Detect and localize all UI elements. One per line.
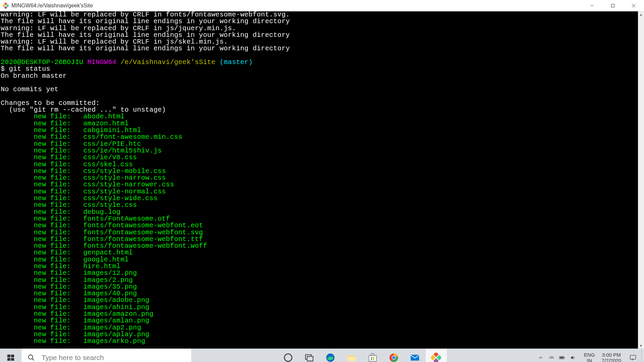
svg-rect-19 bbox=[369, 355, 377, 361]
svg-rect-23 bbox=[373, 359, 374, 360]
show-desktop-button[interactable] bbox=[641, 349, 644, 362]
svg-rect-33 bbox=[564, 357, 565, 358]
close-button[interactable] bbox=[623, 0, 644, 11]
edge-icon bbox=[325, 353, 335, 362]
scroll-track[interactable] bbox=[638, 17, 644, 343]
mail-button[interactable] bbox=[405, 349, 426, 362]
svg-rect-35 bbox=[630, 355, 636, 359]
cortana-icon bbox=[283, 353, 293, 362]
maximize-icon bbox=[611, 4, 615, 8]
taskbar-right: ENG IN 3:00 PM 7/7/2020 bbox=[533, 349, 644, 362]
svg-rect-11 bbox=[11, 358, 14, 360]
svg-rect-27 bbox=[411, 355, 419, 361]
task-view-icon bbox=[304, 353, 314, 362]
lang-primary: ENG bbox=[584, 352, 595, 358]
svg-rect-16 bbox=[307, 356, 313, 361]
svg-rect-21 bbox=[373, 357, 374, 358]
svg-rect-20 bbox=[371, 357, 372, 358]
svg-rect-22 bbox=[371, 359, 372, 360]
windows-logo-icon bbox=[7, 354, 14, 361]
language-indicator[interactable]: ENG IN bbox=[581, 352, 598, 362]
cortana-button[interactable] bbox=[278, 349, 299, 362]
svg-line-13 bbox=[32, 358, 34, 360]
action-center-button[interactable] bbox=[625, 349, 641, 362]
search-input[interactable] bbox=[42, 354, 185, 362]
store-icon bbox=[368, 353, 378, 362]
svg-rect-8 bbox=[7, 354, 10, 357]
start-button[interactable] bbox=[0, 349, 21, 362]
tray-chevron-icon[interactable] bbox=[538, 355, 544, 361]
clock-time: 3:00 PM bbox=[602, 352, 621, 358]
window-title: MINGW64:/e/Vaishnavi/geek'sSite bbox=[11, 3, 93, 9]
clock-date: 7/7/2020 bbox=[602, 358, 621, 362]
file-explorer-button[interactable] bbox=[341, 349, 362, 362]
search-icon bbox=[28, 354, 35, 361]
taskbar-left bbox=[0, 349, 191, 362]
mail-icon bbox=[410, 353, 420, 362]
lang-secondary: IN bbox=[584, 358, 595, 362]
svg-rect-10 bbox=[7, 358, 10, 360]
git-bash-taskbar-button[interactable] bbox=[426, 349, 447, 362]
git-bash-taskbar-icon bbox=[431, 353, 441, 362]
folder-icon bbox=[346, 353, 357, 362]
close-icon bbox=[632, 4, 636, 8]
svg-rect-18 bbox=[347, 357, 356, 361]
svg-rect-5 bbox=[611, 4, 614, 7]
volume-icon[interactable] bbox=[570, 355, 576, 361]
scroll-up-icon[interactable]: ▲ bbox=[638, 11, 644, 17]
onedrive-icon[interactable] bbox=[548, 355, 554, 361]
svg-rect-9 bbox=[11, 354, 14, 357]
taskbar: ENG IN 3:00 PM 7/7/2020 bbox=[0, 349, 644, 362]
svg-point-26 bbox=[392, 356, 395, 359]
notification-icon bbox=[629, 354, 637, 361]
window-titlebar: MINGW64:/e/Vaishnavi/geek'sSite bbox=[0, 0, 644, 11]
terminal-output[interactable]: warning: LF will be replaced by CRLF in … bbox=[0, 11, 638, 349]
git-bash-icon bbox=[3, 3, 9, 9]
taskbar-pinned bbox=[278, 349, 447, 362]
scrollbar[interactable]: ▲ ▼ bbox=[638, 11, 644, 349]
window-controls bbox=[582, 0, 644, 11]
clock[interactable]: 3:00 PM 7/7/2020 bbox=[598, 352, 625, 362]
battery-icon[interactable] bbox=[559, 355, 565, 361]
svg-point-12 bbox=[29, 355, 33, 359]
svg-point-14 bbox=[284, 354, 292, 361]
svg-rect-34 bbox=[560, 357, 564, 358]
titlebar-left: MINGW64:/e/Vaishnavi/geek'sSite bbox=[3, 3, 93, 9]
terminal-area: warning: LF will be replaced by CRLF in … bbox=[0, 11, 644, 349]
chrome-icon bbox=[389, 353, 399, 362]
store-button[interactable] bbox=[362, 349, 383, 362]
minimize-icon bbox=[590, 4, 594, 8]
system-tray bbox=[533, 355, 581, 361]
edge-button[interactable] bbox=[320, 349, 341, 362]
search-box[interactable] bbox=[21, 349, 191, 362]
minimize-button[interactable] bbox=[582, 0, 602, 11]
scroll-down-icon[interactable]: ▼ bbox=[638, 343, 644, 349]
maximize-button[interactable] bbox=[602, 0, 623, 11]
task-view-button[interactable] bbox=[299, 349, 320, 362]
chrome-button[interactable] bbox=[383, 349, 405, 362]
